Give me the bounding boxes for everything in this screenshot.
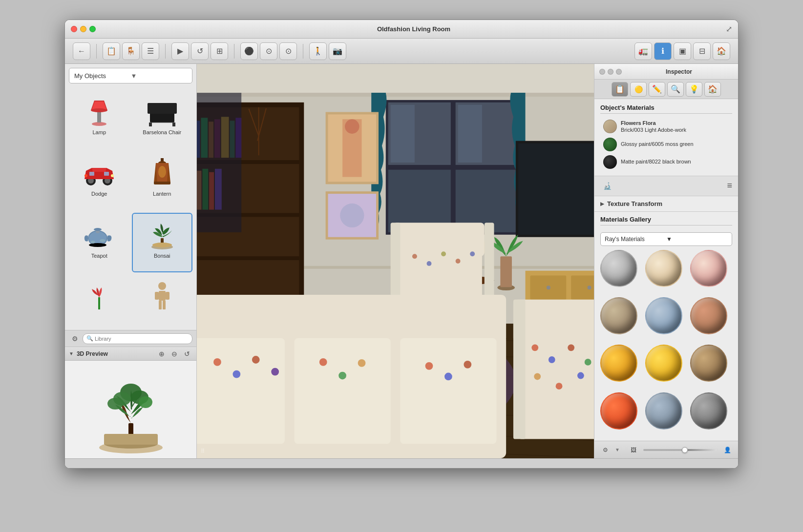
- object-item-bonsai[interactable]: Bonsai: [132, 213, 193, 272]
- texture-transform-header[interactable]: ▶ Texture Transform: [600, 200, 732, 207]
- drag-handle[interactable]: ⠿: [201, 448, 205, 454]
- inspector-close[interactable]: [599, 69, 605, 75]
- tab-edit[interactable]: ✏️: [649, 82, 665, 97]
- svg-rect-49: [197, 64, 594, 93]
- material-ball-cream-floral[interactable]: [645, 250, 682, 287]
- furniture-button[interactable]: 🪑: [122, 42, 140, 60]
- inspector-maximize[interactable]: [616, 69, 622, 75]
- inspector-panel: Inspector 📋 🟡 ✏️ 🔍 💡 🏠 Object's Material…: [594, 64, 738, 458]
- gallery-dropdown-label: Ray's Materials: [605, 236, 666, 243]
- close-button[interactable]: [71, 26, 77, 32]
- object-item-lamp[interactable]: Lamp: [69, 89, 130, 149]
- svg-rect-81: [258, 107, 259, 156]
- gallery-dropdown-chevron: ▼: [666, 236, 728, 243]
- svg-rect-122: [485, 223, 494, 300]
- refresh-button[interactable]: ↺: [182, 348, 192, 359]
- material-item-flowers-flora[interactable]: Flowers Flora Brick/003 Light Adobe-work: [600, 118, 732, 136]
- svg-point-33: [158, 282, 166, 290]
- material-ball-orange1[interactable]: [600, 345, 637, 382]
- material-ball-blue-gray[interactable]: [645, 392, 682, 430]
- settings-icon[interactable]: ⚙: [69, 333, 81, 345]
- home-button[interactable]: 🏠: [713, 42, 730, 60]
- tab-light[interactable]: 💡: [686, 82, 702, 97]
- svg-point-126: [427, 261, 432, 266]
- object-thumb: [140, 94, 184, 128]
- material-item-glossy-paint[interactable]: Glossy paint/6005 moss green: [600, 136, 732, 153]
- toolbar-right: 🚛 ℹ ▣ ⊟ 🏠: [634, 42, 730, 60]
- material-ball-brown-damask[interactable]: [600, 297, 637, 334]
- object-item-lantern[interactable]: Lantern: [132, 151, 193, 210]
- list-button[interactable]: ☰: [142, 42, 159, 60]
- walk-button[interactable]: 🚶: [309, 42, 327, 60]
- info-button[interactable]: ℹ: [654, 42, 672, 60]
- svg-point-141: [271, 368, 279, 376]
- materials-gallery-title: Materials Gallery: [600, 216, 732, 225]
- layout1-button[interactable]: ▣: [674, 42, 691, 60]
- svg-rect-67: [197, 256, 299, 260]
- object-item-figure[interactable]: [132, 274, 193, 328]
- svg-point-21: [158, 166, 166, 178]
- material-ball-wood[interactable]: [690, 345, 727, 382]
- object-item-dodge[interactable]: Dodge: [69, 151, 130, 210]
- svg-point-158: [577, 372, 584, 379]
- object-item-barselona-chair[interactable]: Barselona Chair: [132, 89, 193, 149]
- search-icon: 🔍: [86, 335, 93, 342]
- material-ball-gray-floral[interactable]: [600, 250, 637, 287]
- svg-point-140: [252, 356, 260, 364]
- rotate-tool[interactable]: ↺: [191, 42, 209, 60]
- dot-button[interactable]: ⊙: [260, 42, 277, 60]
- layout2-button[interactable]: ⊟: [693, 42, 711, 60]
- room-scene[interactable]: ⠿: [197, 64, 594, 458]
- camera-button[interactable]: 📷: [329, 42, 346, 60]
- slider-track[interactable]: [643, 449, 718, 451]
- objects-dropdown[interactable]: My Objects ▼: [69, 68, 192, 83]
- object-item-teapot[interactable]: Teapot: [69, 213, 130, 272]
- preview-controls: ⊕ ⊖ ↺: [156, 348, 192, 359]
- settings-button[interactable]: ⚙: [598, 443, 612, 457]
- preview-label: 3D Preview: [77, 350, 108, 357]
- person-button[interactable]: 👤: [720, 443, 734, 457]
- objects-button[interactable]: 📋: [103, 42, 120, 60]
- svg-point-143: [338, 372, 346, 380]
- record-button[interactable]: ⚫: [240, 42, 258, 60]
- resize-icon[interactable]: ⤢: [726, 24, 732, 34]
- texture-transform-label: Texture Transform: [607, 200, 662, 207]
- svg-rect-90: [391, 105, 415, 163]
- separator2: [165, 44, 166, 59]
- search-input[interactable]: [83, 333, 192, 344]
- svg-point-45: [139, 396, 152, 408]
- zoom-out-button[interactable]: ⊖: [169, 348, 180, 359]
- maximize-button[interactable]: [89, 26, 96, 32]
- material-ball-gray-dark[interactable]: [690, 392, 727, 430]
- object-thumb: [140, 156, 184, 190]
- tools-menu-icon[interactable]: ≡: [727, 181, 732, 191]
- material-ball-rust-texture[interactable]: [690, 297, 727, 334]
- tab-objects[interactable]: 📋: [612, 82, 628, 97]
- slider-container: [643, 449, 718, 451]
- collapse-arrow-icon[interactable]: ▼: [69, 351, 74, 356]
- titlebar: Oldfashion Living Room ⤢: [65, 20, 738, 39]
- select-tool[interactable]: ▶: [171, 42, 189, 60]
- inspector-tabs: 📋 🟡 ✏️ 🔍 💡 🏠: [594, 80, 738, 99]
- tab-materials[interactable]: 🟡: [630, 82, 647, 97]
- back-button[interactable]: ←: [73, 42, 90, 60]
- zoom-in-button[interactable]: ⊕: [156, 348, 167, 359]
- minimize-button[interactable]: [80, 26, 86, 32]
- material-ball-orange2[interactable]: [645, 345, 682, 382]
- inspector-title: Inspector: [625, 68, 733, 75]
- gallery-dropdown[interactable]: Ray's Materials ▼: [600, 232, 732, 246]
- eyedropper-tool[interactable]: 🔬: [600, 179, 614, 193]
- dot2-button[interactable]: ⊙: [279, 42, 297, 60]
- material-ball-orange-red[interactable]: [600, 392, 637, 430]
- object-item-tulip[interactable]: [69, 274, 130, 328]
- object-thumb: [140, 218, 184, 252]
- material-item-matte-paint[interactable]: Matte paint/8022 black brown: [600, 153, 732, 171]
- tab-scene[interactable]: 🏠: [704, 82, 721, 97]
- material-ball-blue-diamond[interactable]: [645, 297, 682, 334]
- image-button[interactable]: 🖼: [627, 443, 640, 457]
- tab-view[interactable]: 🔍: [667, 82, 684, 97]
- truck-button[interactable]: 🚛: [634, 42, 652, 60]
- material-ball-red-floral[interactable]: [690, 250, 727, 287]
- grid-tool[interactable]: ⊞: [211, 42, 228, 60]
- inspector-minimize[interactable]: [608, 69, 613, 75]
